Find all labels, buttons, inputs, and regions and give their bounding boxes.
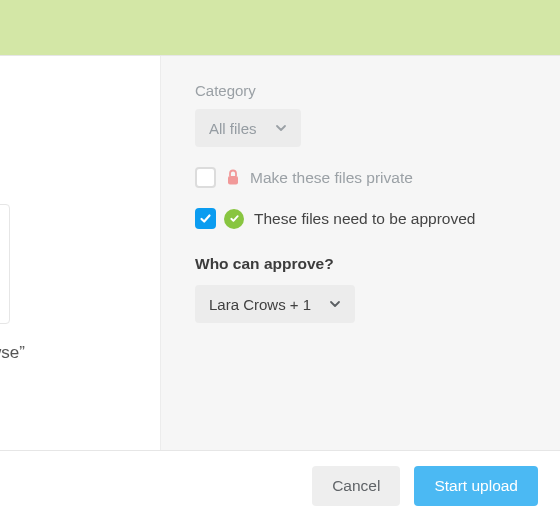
private-label: Make these files private: [250, 169, 413, 187]
approve-label: These files need to be approved: [254, 210, 475, 228]
cancel-button[interactable]: Cancel: [312, 466, 400, 506]
svg-rect-0: [228, 176, 238, 185]
footer: Cancel Start upload: [0, 450, 560, 520]
start-upload-button[interactable]: Start upload: [414, 466, 538, 506]
approver-select[interactable]: Lara Crows + 1: [195, 285, 355, 323]
chevron-down-icon: [329, 298, 341, 310]
dropzone-box[interactable]: [0, 204, 10, 324]
check-icon: [199, 212, 212, 225]
dropzone-hint-line1: ck “Browse”: [0, 343, 25, 362]
approve-badge-icon: [224, 209, 244, 229]
top-banner: [0, 0, 560, 55]
left-pane: ck “Browse” em.: [0, 56, 160, 450]
lock-icon: [226, 169, 240, 186]
dropzone-hint: ck “Browse” em.: [0, 340, 160, 393]
approve-checkbox[interactable]: [195, 208, 216, 229]
settings-pane: Category All files Make these files priv…: [160, 56, 560, 450]
approve-option-row: These files need to be approved: [195, 208, 526, 229]
category-select[interactable]: All files: [195, 109, 301, 147]
private-option-row: Make these files private: [195, 167, 526, 188]
private-checkbox[interactable]: [195, 167, 216, 188]
chevron-down-icon: [275, 122, 287, 134]
category-selected-value: All files: [209, 120, 257, 137]
category-label: Category: [195, 82, 526, 99]
approver-selected-value: Lara Crows + 1: [209, 296, 311, 313]
content-area: ck “Browse” em. Category All files Make …: [0, 55, 560, 450]
approver-heading: Who can approve?: [195, 255, 526, 273]
